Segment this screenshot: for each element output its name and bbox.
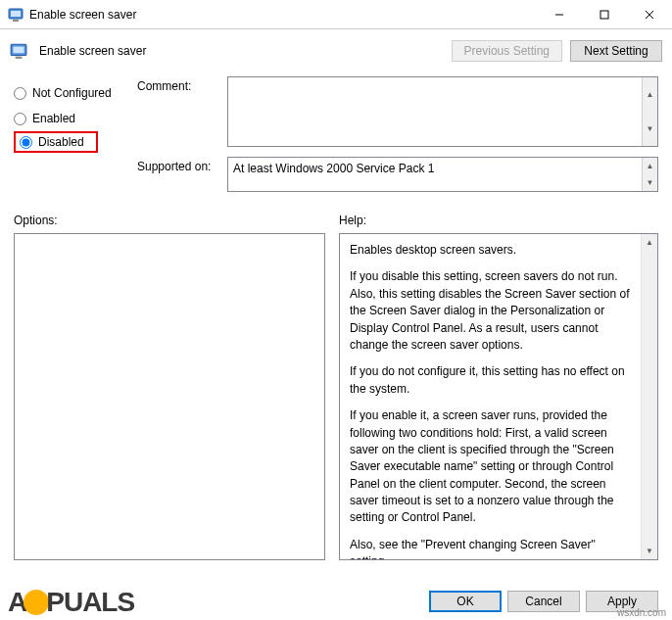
- scroll-up-icon[interactable]: ▲: [642, 234, 657, 251]
- radio-disabled-input[interactable]: [20, 136, 32, 149]
- cancel-button[interactable]: Cancel: [507, 591, 580, 612]
- comment-spin: ▲ ▼: [642, 77, 657, 146]
- help-scrollbar[interactable]: ▲ ▼: [641, 234, 657, 559]
- help-paragraph: If you disable this setting, screen save…: [350, 268, 631, 354]
- svg-rect-9: [16, 57, 23, 59]
- radio-not-configured[interactable]: Not Configured: [14, 80, 120, 106]
- titlebar: Enable screen saver: [0, 0, 672, 29]
- radio-label: Not Configured: [32, 86, 112, 100]
- svg-rect-4: [600, 11, 608, 19]
- ok-button[interactable]: OK: [429, 591, 502, 612]
- help-pane: Enables desktop screen savers. If you di…: [339, 233, 658, 560]
- supported-label: Supported on:: [137, 157, 227, 173]
- minimize-button[interactable]: [537, 0, 582, 28]
- options-content: [15, 234, 324, 559]
- previous-setting-button[interactable]: Previous Setting: [452, 40, 562, 62]
- scroll-track[interactable]: [642, 251, 657, 543]
- watermark-post: PUALS: [46, 587, 134, 617]
- comment-textarea[interactable]: ▲ ▼: [227, 76, 658, 147]
- radio-enabled-input[interactable]: [14, 113, 26, 125]
- toolbar: Enable screen saver Previous Setting Nex…: [0, 29, 672, 72]
- help-paragraph: If you do not configure it, this setting…: [350, 363, 631, 398]
- help-content: Enables desktop screen savers. If you di…: [340, 234, 641, 559]
- radio-disabled-highlight: Disabled: [14, 131, 98, 153]
- help-paragraph: If you enable it, a screen saver runs, p…: [350, 407, 631, 527]
- radio-not-configured-input[interactable]: [14, 87, 26, 100]
- spin-up-icon[interactable]: ▲: [643, 158, 657, 174]
- window-title: Enable screen saver: [29, 8, 537, 22]
- help-paragraph: Also, see the "Prevent changing Screen S…: [350, 537, 631, 559]
- spin-down-icon[interactable]: ▼: [643, 112, 657, 146]
- next-setting-button[interactable]: Next Setting: [570, 40, 662, 62]
- scroll-down-icon[interactable]: ▼: [642, 543, 657, 559]
- setting-icon: [10, 42, 27, 60]
- radio-label: Disabled: [38, 135, 84, 149]
- close-button[interactable]: [627, 0, 672, 28]
- maximize-button[interactable]: [582, 0, 627, 28]
- supported-spin: ▲ ▼: [642, 158, 657, 191]
- help-paragraph: Enables desktop screen savers.: [350, 242, 631, 259]
- svg-rect-2: [13, 20, 19, 22]
- watermark-logo: APUALS: [0, 585, 142, 620]
- supported-textarea: At least Windows 2000 Service Pack 1 ▲ ▼: [227, 157, 658, 192]
- spin-up-icon[interactable]: ▲: [643, 77, 657, 112]
- options-label: Options:: [14, 214, 325, 227]
- setting-title: Enable screen saver: [39, 44, 146, 58]
- comment-value: [228, 77, 642, 146]
- supported-value: At least Windows 2000 Service Pack 1: [228, 158, 642, 191]
- spin-down-icon[interactable]: ▼: [643, 174, 657, 191]
- state-radio-group: Not Configured Enabled Disabled: [14, 76, 120, 202]
- attribution-text: wsxdn.com: [617, 607, 666, 618]
- radio-enabled[interactable]: Enabled: [14, 106, 120, 131]
- radio-label: Enabled: [32, 112, 75, 125]
- help-label: Help:: [339, 214, 658, 227]
- app-icon: [8, 7, 24, 23]
- svg-rect-8: [13, 47, 24, 54]
- options-pane: [14, 233, 325, 560]
- comment-label: Comment:: [137, 76, 227, 93]
- radio-disabled[interactable]: Disabled: [20, 135, 84, 149]
- svg-rect-1: [11, 11, 21, 17]
